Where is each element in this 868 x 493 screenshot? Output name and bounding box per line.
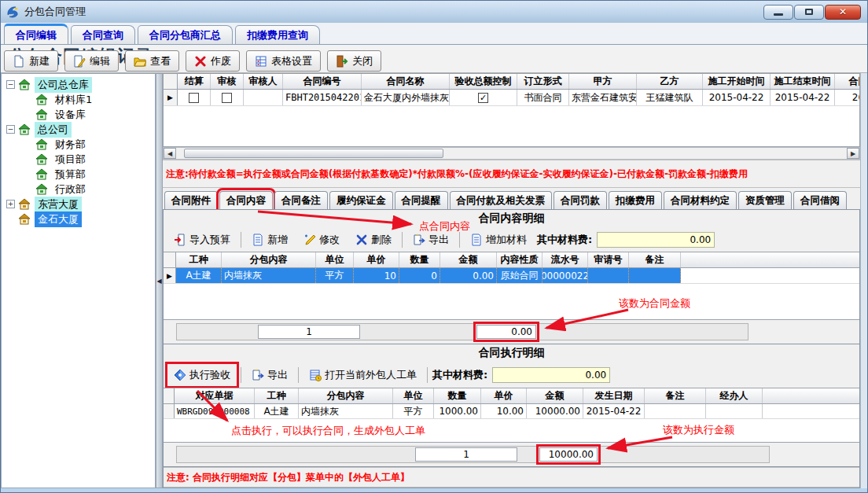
- col-acceptance-control[interactable]: 验收总额控制: [450, 74, 517, 89]
- audit-checkbox[interactable]: [222, 93, 232, 103]
- col-doc-no[interactable]: 对应单据: [175, 388, 255, 403]
- void-button[interactable]: 作废: [186, 50, 240, 72]
- col-party-b[interactable]: 乙方: [637, 74, 703, 89]
- gold-house-icon: [18, 213, 31, 225]
- close-button[interactable]: ✕: [825, 5, 861, 20]
- scroll-right-icon[interactable]: ▶: [847, 148, 859, 159]
- material-fee-field[interactable]: 0.00: [597, 232, 715, 248]
- col-sub-content[interactable]: 分包内容: [299, 388, 393, 403]
- tree-item-jinshi-building[interactable]: 金石大厦: [2, 212, 155, 226]
- col-unit-price[interactable]: 单价: [354, 252, 399, 267]
- subtab-qualification[interactable]: 资质管理: [738, 191, 792, 209]
- close-window-button[interactable]: 关闭: [327, 50, 381, 72]
- tree-item-finance-dept[interactable]: 财务部: [2, 137, 155, 152]
- col-amount[interactable]: 金额: [527, 388, 583, 403]
- col-request-no[interactable]: 审请号: [588, 252, 629, 267]
- add-row-button[interactable]: 新增: [246, 230, 293, 250]
- payment-note: 注意:待付款金额=执行金额或合同金额(根据付款基数确定)*付款限额%-(应收履约…: [163, 160, 860, 188]
- col-settle[interactable]: 结算: [178, 74, 211, 89]
- minimize-button[interactable]: [763, 5, 793, 20]
- col-contract-cut[interactable]: 合同: [835, 74, 860, 89]
- col-qty[interactable]: 数量: [399, 252, 440, 267]
- delete-button[interactable]: 删除: [350, 230, 397, 250]
- col-work-type[interactable]: 工种: [176, 252, 222, 267]
- export-icon: [252, 369, 264, 381]
- subtab-remarks[interactable]: 合同备注: [274, 191, 328, 209]
- contract-row[interactable]: FBHT2015042201 金石大厦内外墙抹灰分 ✓ 书面合同 东营金石建筑安…: [164, 90, 859, 106]
- open-labor-sheet-button[interactable]: 打开当前外包人工单: [303, 365, 422, 385]
- col-start-date[interactable]: 施工开始时间: [703, 74, 771, 89]
- settle-checkbox[interactable]: [189, 93, 199, 103]
- app-window: 分包合同管理 ✕ 合同编辑 合同查询 合同分包商汇总 扣缴费用查询 分包合同编辑…: [0, 0, 868, 493]
- subtab-attachments[interactable]: 合同附件: [164, 191, 218, 209]
- tab-contract-edit[interactable]: 合同编辑: [4, 24, 68, 44]
- col-sub-content[interactable]: 分包内容: [222, 252, 316, 267]
- green-house-icon: [35, 168, 48, 180]
- exec-export-button[interactable]: 导出: [246, 365, 293, 385]
- subtab-payment-invoices[interactable]: 合同付款及相关发票: [450, 191, 553, 209]
- new-button[interactable]: 新建: [4, 50, 58, 72]
- expand-icon[interactable]: +: [6, 200, 15, 208]
- col-operator[interactable]: 经办人: [706, 388, 763, 403]
- col-serial[interactable]: 流水号: [542, 252, 588, 267]
- subtab-performance-bond[interactable]: 履约保证金: [329, 191, 393, 209]
- col-party-a[interactable]: 甲方: [569, 74, 637, 89]
- tab-contract-query[interactable]: 合同查询: [71, 25, 135, 44]
- subtab-withholding[interactable]: 扣缴费用: [609, 191, 662, 209]
- subtab-reminder[interactable]: 合同提醒: [395, 191, 448, 209]
- view-button[interactable]: 查看: [125, 50, 179, 72]
- import-budget-button[interactable]: 导入预算: [168, 230, 236, 250]
- col-unit[interactable]: 单位: [393, 388, 434, 403]
- col-auditor[interactable]: 审核人: [244, 74, 283, 89]
- tab-subcontractor-summary[interactable]: 合同分包商汇总: [138, 25, 233, 44]
- scroll-left-icon[interactable]: ◀: [164, 148, 176, 159]
- tree-item-equipment-store[interactable]: 设备库: [2, 107, 155, 122]
- contracts-hscrollbar[interactable]: ◀ ▶: [163, 147, 860, 160]
- exec-row[interactable]: WBRGD090000008 A土建 内墙抹灰 平方 1000.00 10.00…: [164, 404, 859, 419]
- col-audit[interactable]: 审核: [211, 74, 244, 89]
- execute-acceptance-button[interactable]: 执行验收: [168, 365, 236, 385]
- exec-material-fee-field[interactable]: 0.00: [492, 367, 610, 383]
- tree-item-budget-dept[interactable]: 预算部: [2, 167, 155, 182]
- col-remark[interactable]: 备注: [645, 388, 706, 403]
- annotation-exec-amount: 该数为执行金额: [663, 423, 734, 437]
- subtab-penalty[interactable]: 合同罚款: [554, 191, 607, 209]
- green-house-icon: [35, 138, 48, 150]
- col-amount[interactable]: 金额: [440, 252, 497, 267]
- col-unit-price[interactable]: 单价: [481, 388, 527, 403]
- col-work-type[interactable]: 工种: [255, 388, 299, 403]
- col-contract-name[interactable]: 合同名称: [362, 74, 450, 89]
- col-form[interactable]: 订立形式: [517, 74, 569, 89]
- collapse-icon[interactable]: −: [6, 80, 15, 89]
- col-nature[interactable]: 内容性质: [497, 252, 542, 267]
- col-unit[interactable]: 单位: [316, 252, 354, 267]
- subtab-material-agreement[interactable]: 合同材料约定: [664, 191, 737, 209]
- col-contract-code[interactable]: 合同编号: [283, 74, 362, 89]
- collapse-icon[interactable]: −: [6, 125, 15, 134]
- edit-button[interactable]: 编辑: [64, 50, 119, 72]
- col-end-date[interactable]: 施工结束时间: [771, 74, 835, 89]
- scroll-thumb[interactable]: [184, 149, 443, 158]
- subtab-borrowing[interactable]: 合同借阅: [793, 191, 847, 209]
- add-material-button[interactable]: 增加材料: [465, 230, 532, 250]
- tree-splitter[interactable]: [156, 73, 163, 488]
- maximize-button[interactable]: [794, 5, 824, 20]
- tree-item-head-office[interactable]: − 总公司: [2, 122, 155, 137]
- modify-button[interactable]: 修改: [298, 230, 345, 250]
- tree-item-company-warehouse[interactable]: − 公司总仓库: [2, 77, 155, 92]
- table-settings-button[interactable]: 表格设置: [246, 50, 321, 72]
- tab-withholding-query[interactable]: 扣缴费用查询: [235, 25, 320, 44]
- col-date[interactable]: 发生日期: [583, 388, 645, 403]
- col-qty[interactable]: 数量: [434, 388, 481, 403]
- tree-item-admin-dept[interactable]: 行政部: [2, 182, 155, 197]
- content-row[interactable]: A土建 内墙抹灰 平方 10 0 0.00 原始合同 00000022: [164, 268, 859, 284]
- party-b: 王猛建筑队: [637, 90, 703, 105]
- acceptance-checkbox[interactable]: ✓: [478, 93, 488, 103]
- tree-item-project-dept[interactable]: 项目部: [2, 152, 155, 167]
- row-marker-icon: [164, 268, 176, 283]
- tree-item-dongying-building[interactable]: + 东营大厦: [2, 197, 155, 212]
- subtab-contract-content[interactable]: 合同内容: [219, 191, 273, 209]
- content-amount-total: 0.00: [476, 325, 536, 339]
- tree-item-material-store[interactable]: 材料库1: [2, 92, 155, 107]
- col-remark[interactable]: 备注: [629, 252, 681, 267]
